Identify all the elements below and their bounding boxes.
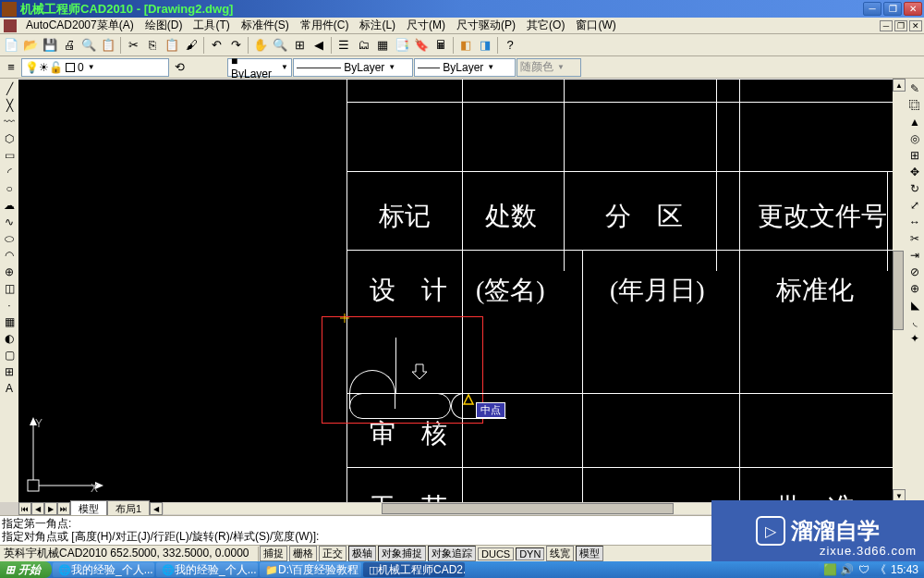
polygon-icon[interactable]: ⬡	[1, 130, 18, 147]
menu-other[interactable]: 其它(O)	[521, 17, 570, 34]
menu-dim[interactable]: 标注(L)	[354, 17, 401, 34]
zoom-win-icon[interactable]: ⊞	[290, 36, 309, 55]
mirror-icon[interactable]: ▲	[906, 114, 923, 130]
revcloud-icon[interactable]: ☁	[1, 197, 18, 214]
close-button[interactable]: ✕	[904, 2, 922, 16]
paste-icon[interactable]: 📋	[163, 36, 181, 55]
calc-icon[interactable]: 🖩	[432, 36, 450, 55]
ref-icon[interactable]: ◨	[476, 36, 494, 55]
start-button[interactable]: ⊞ 开始	[0, 561, 52, 578]
layer-prev-icon[interactable]: ⟲	[170, 58, 188, 77]
chamfer-icon[interactable]: ◣	[906, 297, 923, 314]
menu-tools[interactable]: 工具(T)	[188, 17, 235, 34]
trim-icon[interactable]: ✂	[906, 230, 923, 247]
toggle-lwt[interactable]: 线宽	[546, 546, 574, 561]
zoom-rt-icon[interactable]: 🔍	[271, 36, 289, 55]
redo-icon[interactable]: ↷	[226, 36, 245, 55]
layer-mgr-icon[interactable]: ≡	[2, 58, 20, 77]
insert-icon[interactable]: ⊕	[1, 264, 18, 280]
taskbar-item-1[interactable]: 🌐 我的经验_个人...	[53, 562, 154, 577]
tab-next-icon[interactable]: ▶	[44, 502, 57, 515]
color-dropdown[interactable]: ■ ByLayer▼	[227, 58, 292, 77]
taskbar-item-2[interactable]: 🌐 我的经验_个人...	[156, 562, 258, 577]
menu-common[interactable]: 常用件(C)	[295, 17, 355, 34]
open-icon[interactable]: 📂	[21, 36, 40, 55]
doc-minimize[interactable]: ─	[880, 20, 893, 31]
publish-icon[interactable]: 📋	[99, 36, 117, 55]
dcenter-icon[interactable]: 🗂	[354, 36, 372, 55]
rect-icon[interactable]: ▭	[1, 147, 18, 164]
break-icon[interactable]: ⊘	[906, 264, 923, 280]
undo-icon[interactable]: ↶	[207, 36, 225, 55]
toolpal-icon[interactable]: ▦	[373, 36, 392, 55]
linetype-dropdown[interactable]: ———— ByLayer▼	[293, 58, 413, 77]
tray-icon-2[interactable]: 🔊	[841, 563, 854, 576]
markup-icon[interactable]: 🔖	[412, 36, 431, 55]
block-icon[interactable]: ◧	[456, 36, 475, 55]
offset-icon[interactable]: ◎	[906, 130, 923, 147]
move-icon[interactable]: ✥	[906, 164, 923, 180]
pline-icon[interactable]: 〰	[1, 114, 18, 130]
menu-window[interactable]: 窗口(W)	[570, 17, 621, 34]
toggle-snap[interactable]: 捕捉	[260, 546, 287, 561]
copy-icon[interactable]: ⎘	[143, 36, 162, 55]
pan-icon[interactable]: ✋	[251, 36, 270, 55]
copy2-icon[interactable]: ⿻	[906, 97, 923, 114]
system-tray[interactable]: 🟩 🔊 🛡 《 15:43	[819, 563, 924, 576]
toggle-model[interactable]: 模型	[576, 546, 603, 561]
tray-icon-1[interactable]: 🟩	[824, 563, 837, 576]
vertical-scrollbar[interactable]: ▲ ▼	[893, 79, 906, 502]
tab-last-icon[interactable]: ⏭	[57, 502, 70, 515]
menu-stdparts[interactable]: 标准件(S)	[236, 17, 295, 34]
new-icon[interactable]: 📄	[2, 36, 20, 55]
zoom-prev-icon[interactable]: ◀	[310, 36, 328, 55]
ellarc-icon[interactable]: ◠	[1, 247, 18, 264]
toggle-polar[interactable]: 极轴	[348, 546, 376, 561]
hatch-icon[interactable]: ▦	[1, 314, 18, 330]
join-icon[interactable]: ⊕	[906, 280, 923, 297]
taskbar-item-3[interactable]: 📁 D:\百度经验教程	[260, 562, 361, 577]
point-icon[interactable]: ·	[1, 297, 18, 314]
line-icon[interactable]: ╱	[1, 80, 18, 97]
layer-dropdown[interactable]: 💡 ☀ 🔓 0 ▼	[21, 58, 169, 77]
print-icon[interactable]: 🖨	[60, 36, 79, 55]
preview-icon[interactable]: 🔍	[79, 36, 98, 55]
sheet-icon[interactable]: 📑	[393, 36, 411, 55]
scale-icon[interactable]: ⤢	[906, 197, 923, 214]
doc-close[interactable]: ✕	[909, 20, 922, 31]
minimize-button[interactable]: ─	[863, 2, 881, 16]
taskbar-item-4[interactable]: ◫ 机械工程师CAD2...	[363, 562, 465, 577]
help-icon[interactable]: ?	[501, 36, 519, 55]
plotstyle-dropdown[interactable]: 随颜色▼	[517, 58, 581, 77]
mtext-icon[interactable]: A	[1, 380, 18, 397]
scroll-up-icon[interactable]: ▲	[893, 79, 906, 92]
rotate-icon[interactable]: ↻	[906, 180, 923, 197]
tab-first-icon[interactable]: ⏮	[18, 502, 31, 515]
match-icon[interactable]: 🖌	[182, 36, 201, 55]
region-icon[interactable]: ▢	[1, 347, 18, 363]
lineweight-dropdown[interactable]: —— ByLayer▼	[414, 58, 516, 77]
tray-icon-3[interactable]: 🛡	[857, 563, 870, 576]
drawing-canvas[interactable]: 标记 处数 分 区 更改文件号 设 计 (签名) (年月日) 标准化 ( 审 核…	[18, 79, 906, 502]
arc-icon[interactable]: ◜	[1, 164, 18, 180]
hscroll-left-icon[interactable]: ◀	[150, 502, 163, 515]
gradient-icon[interactable]: ◐	[1, 330, 18, 347]
explode-icon[interactable]: ✦	[906, 330, 923, 347]
menu-draw[interactable]: 绘图(D)	[140, 17, 188, 34]
mkblock-icon[interactable]: ◫	[1, 280, 18, 297]
tray-icon-4[interactable]: 《	[874, 563, 887, 576]
toggle-ducs[interactable]: DUCS	[478, 547, 514, 560]
save-icon[interactable]: 💾	[41, 36, 59, 55]
toggle-ortho[interactable]: 正交	[319, 546, 346, 561]
tab-prev-icon[interactable]: ◀	[31, 502, 44, 515]
toggle-otrack[interactable]: 对象追踪	[428, 546, 476, 561]
cut-icon[interactable]: ✂	[124, 36, 142, 55]
doc-restore[interactable]: ❐	[894, 20, 907, 31]
stretch-icon[interactable]: ↔	[906, 214, 923, 230]
array-icon[interactable]: ⊞	[906, 147, 923, 164]
ellipse-icon[interactable]: ⬭	[1, 230, 18, 247]
maximize-button[interactable]: ❐	[883, 2, 902, 16]
toggle-grid[interactable]: 栅格	[289, 546, 317, 561]
fillet-icon[interactable]: ◟	[906, 314, 923, 330]
props-icon[interactable]: ☰	[334, 36, 353, 55]
